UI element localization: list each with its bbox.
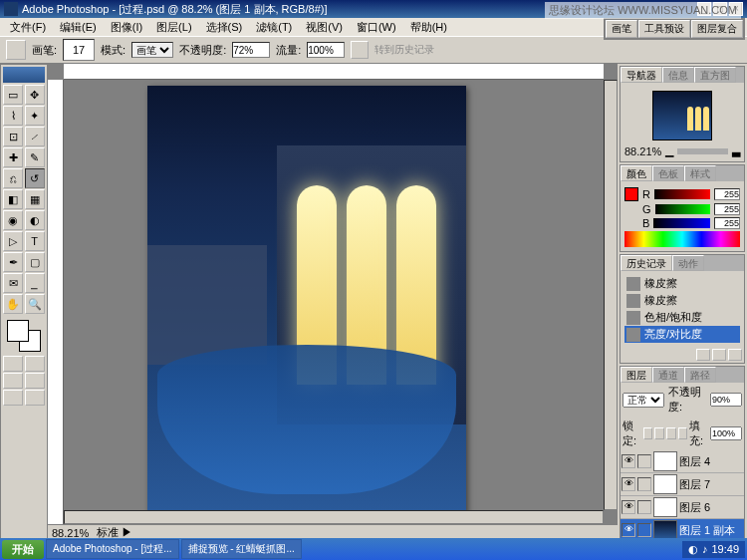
color-swatch-icon[interactable] [624,187,638,201]
pen-tool[interactable]: ✒ [3,252,23,272]
tab-history[interactable]: 历史记录 [621,255,672,271]
history-brush-tool-icon[interactable] [6,40,26,60]
new-document-icon[interactable] [712,349,726,361]
well-tab-presets[interactable]: 工具预设 [638,20,690,38]
notes-tool[interactable]: ✉ [3,273,23,293]
navigator-thumbnail[interactable] [652,91,712,140]
well-tab-brushes[interactable]: 画笔 [606,20,637,38]
menu-layer[interactable]: 图层(L) [150,19,197,36]
tab-channels[interactable]: 通道 [652,367,684,383]
layer-name[interactable]: 图层 6 [679,500,710,515]
history-item[interactable]: 亮度/对比度 [624,326,740,343]
tab-actions[interactable]: 动作 [672,255,704,271]
layer-thumbnail[interactable] [653,474,677,494]
history-item[interactable]: 色相/饱和度 [624,309,740,326]
gradient-tool[interactable]: ▦ [25,189,45,209]
new-snapshot-icon[interactable] [696,349,710,361]
lock-pixels-icon[interactable] [654,427,664,439]
standard-mode-icon[interactable] [3,356,23,372]
link-icon[interactable] [637,477,651,491]
tab-styles[interactable]: 样式 [684,165,716,181]
layer-row[interactable]: 👁图层 7 [621,473,744,496]
menu-help[interactable]: 帮助(H) [404,19,453,36]
history-brush-tool[interactable]: ↺ [25,168,45,188]
history-item[interactable]: 橡皮擦 [624,292,740,309]
tab-paths[interactable]: 路径 [684,367,716,383]
menu-window[interactable]: 窗口(W) [351,19,402,36]
trash-icon[interactable] [728,349,742,361]
blend-mode-select[interactable]: 正常 [622,393,664,408]
layer-thumbnail[interactable] [653,497,677,517]
screen-mode-2-icon[interactable] [25,373,45,389]
slice-tool[interactable]: ⟋ [25,127,45,146]
tab-layers[interactable]: 图层 [621,367,652,383]
well-tab-comps[interactable]: 图层复合 [691,20,743,38]
system-tray[interactable]: ◐ ♪ 19:49 [682,541,745,558]
foreground-color[interactable] [7,320,29,342]
path-tool[interactable]: ▷ [3,231,23,251]
layer-name[interactable]: 图层 1 副本 [679,523,735,538]
zoom-value[interactable]: 88.21% [52,527,89,539]
taskbar-item[interactable]: 捕捉预览 - 红蜻蜓抓图... [181,539,302,559]
history-link[interactable]: 转到历史记录 [374,43,434,57]
b-slider[interactable] [653,218,710,228]
zoom-out-icon[interactable]: ▁ [665,144,673,157]
flow-input[interactable] [307,42,345,58]
menu-view[interactable]: 视图(V) [300,19,349,36]
opacity-input[interactable] [232,42,270,58]
blend-mode-select[interactable]: 画笔 [131,42,173,58]
screen-mode-3-icon[interactable] [3,390,23,406]
zoom-tool[interactable]: 🔍 [25,294,45,314]
tray-icon[interactable]: ◐ [688,543,698,556]
taskbar-item[interactable]: Adobe Photoshop - [过程... [46,539,179,559]
tab-color[interactable]: 颜色 [621,165,652,181]
heal-tool[interactable]: ✚ [3,147,23,167]
menu-filter[interactable]: 滤镜(T) [250,19,298,36]
layer-thumbnail[interactable] [653,451,677,471]
visibility-icon[interactable]: 👁 [622,523,635,537]
layer-row[interactable]: 👁图层 4 [621,450,744,473]
tab-navigator[interactable]: 导航器 [621,67,662,83]
menu-file[interactable]: 文件(F) [4,19,52,36]
r-input[interactable] [714,188,740,200]
quickmask-mode-icon[interactable] [25,356,45,372]
layer-thumbnail[interactable] [653,520,677,540]
link-icon[interactable] [637,454,651,468]
lock-transparency-icon[interactable] [643,427,653,439]
ruler-vertical[interactable] [48,80,64,524]
g-slider[interactable] [655,204,710,214]
menu-edit[interactable]: 编辑(E) [54,19,103,36]
hand-tool[interactable]: ✋ [3,294,23,314]
move-tool[interactable]: ✥ [25,85,45,105]
marquee-tool[interactable]: ▭ [3,85,23,105]
layer-name[interactable]: 图层 4 [679,454,710,469]
zoom-slider[interactable] [677,148,728,154]
nav-zoom-value[interactable]: 88.21% [624,145,661,157]
wand-tool[interactable]: ✦ [25,106,45,126]
fill-input[interactable] [710,426,742,440]
screen-mode-1-icon[interactable] [3,373,23,389]
start-button[interactable]: 开始 [2,540,44,559]
visibility-icon[interactable]: 👁 [622,500,635,514]
menu-image[interactable]: 图像(I) [105,19,148,36]
airbrush-icon[interactable] [351,41,369,59]
scrollbar-horizontal[interactable] [64,510,604,524]
lock-all-icon[interactable] [678,427,688,439]
blur-tool[interactable]: ◉ [3,210,23,230]
tab-histogram[interactable]: 直方图 [694,67,736,83]
zoom-in-icon[interactable]: ▃ [732,144,740,157]
eyedropper-tool[interactable]: ⎯ [25,273,45,293]
shape-tool[interactable]: ▢ [25,252,45,272]
lasso-tool[interactable]: ⌇ [3,106,23,126]
type-tool[interactable]: T [25,231,45,251]
imageready-icon[interactable] [25,390,45,406]
brush-tool[interactable]: ✎ [25,147,45,167]
history-item[interactable]: 橡皮擦 [624,275,740,292]
r-slider[interactable] [654,189,710,199]
ruler-horizontal[interactable] [64,64,604,80]
eraser-tool[interactable]: ◧ [3,189,23,209]
layer-opacity-input[interactable] [710,393,742,407]
lock-position-icon[interactable] [666,427,676,439]
layer-name[interactable]: 图层 7 [679,477,710,492]
toolbox-header[interactable] [3,67,45,83]
